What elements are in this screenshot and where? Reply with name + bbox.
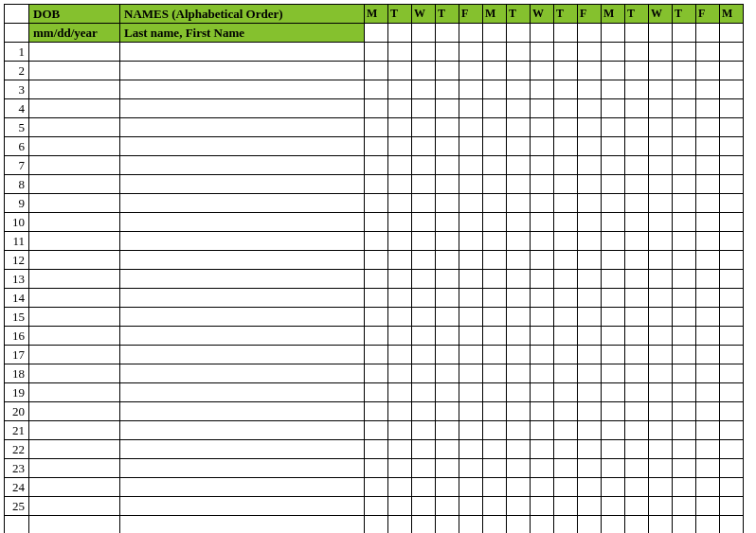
day-cell[interactable] bbox=[720, 289, 744, 308]
day-cell[interactable] bbox=[531, 175, 554, 194]
day-cell[interactable] bbox=[365, 80, 388, 99]
day-cell[interactable] bbox=[625, 346, 649, 364]
day-cell[interactable] bbox=[531, 24, 554, 43]
day-cell[interactable] bbox=[649, 43, 673, 62]
day-cell[interactable] bbox=[649, 137, 673, 156]
day-cell[interactable] bbox=[554, 346, 578, 364]
day-cell[interactable] bbox=[720, 308, 744, 327]
dob-cell[interactable] bbox=[29, 80, 120, 99]
day-cell[interactable] bbox=[388, 80, 412, 99]
day-cell[interactable] bbox=[625, 421, 649, 440]
name-cell[interactable] bbox=[120, 497, 365, 516]
dob-cell[interactable] bbox=[29, 99, 120, 118]
day-cell[interactable] bbox=[388, 402, 412, 421]
day-cell[interactable] bbox=[459, 402, 483, 421]
day-cell[interactable] bbox=[673, 308, 696, 327]
dob-cell[interactable] bbox=[29, 251, 120, 270]
day-cell[interactable] bbox=[602, 327, 625, 346]
day-cell[interactable] bbox=[673, 421, 696, 440]
day-cell[interactable] bbox=[696, 232, 720, 251]
day-cell[interactable] bbox=[507, 80, 531, 99]
day-cell[interactable] bbox=[483, 80, 507, 99]
day-cell[interactable] bbox=[578, 99, 602, 118]
day-cell[interactable] bbox=[436, 194, 459, 213]
day-cell[interactable] bbox=[720, 213, 744, 232]
day-cell[interactable] bbox=[531, 289, 554, 308]
day-cell[interactable] bbox=[365, 99, 388, 118]
day-cell[interactable] bbox=[388, 156, 412, 175]
day-cell[interactable] bbox=[412, 346, 436, 364]
day-cell[interactable] bbox=[388, 327, 412, 346]
day-cell[interactable] bbox=[625, 232, 649, 251]
day-cell[interactable] bbox=[531, 137, 554, 156]
day-cell[interactable] bbox=[720, 421, 744, 440]
day-cell[interactable] bbox=[388, 478, 412, 497]
day-cell[interactable] bbox=[388, 194, 412, 213]
day-cell[interactable] bbox=[483, 194, 507, 213]
day-cell[interactable] bbox=[436, 232, 459, 251]
day-cell[interactable] bbox=[625, 402, 649, 421]
name-cell[interactable] bbox=[120, 213, 365, 232]
day-cell[interactable] bbox=[673, 99, 696, 118]
day-cell[interactable] bbox=[649, 402, 673, 421]
day-cell[interactable] bbox=[365, 270, 388, 289]
day-cell[interactable] bbox=[673, 137, 696, 156]
day-cell[interactable] bbox=[625, 156, 649, 175]
day-cell[interactable] bbox=[483, 175, 507, 194]
day-cell[interactable] bbox=[602, 270, 625, 289]
day-cell[interactable] bbox=[554, 497, 578, 516]
day-cell[interactable] bbox=[720, 251, 744, 270]
day-cell[interactable] bbox=[459, 478, 483, 497]
day-cell[interactable] bbox=[365, 62, 388, 80]
day-cell[interactable] bbox=[365, 497, 388, 516]
day-cell[interactable] bbox=[412, 478, 436, 497]
day-cell[interactable] bbox=[436, 478, 459, 497]
day-cell[interactable] bbox=[673, 346, 696, 364]
day-cell[interactable] bbox=[673, 478, 696, 497]
day-cell[interactable] bbox=[483, 308, 507, 327]
day-cell[interactable] bbox=[625, 99, 649, 118]
day-cell[interactable] bbox=[673, 327, 696, 346]
day-cell[interactable] bbox=[436, 459, 459, 478]
day-cell[interactable] bbox=[436, 270, 459, 289]
day-cell[interactable] bbox=[578, 383, 602, 402]
day-cell[interactable] bbox=[412, 308, 436, 327]
day-cell[interactable] bbox=[625, 137, 649, 156]
day-cell[interactable] bbox=[673, 213, 696, 232]
day-cell[interactable] bbox=[578, 270, 602, 289]
day-cell[interactable] bbox=[696, 421, 720, 440]
day-cell[interactable] bbox=[436, 137, 459, 156]
dob-cell[interactable] bbox=[29, 270, 120, 289]
day-cell[interactable] bbox=[720, 440, 744, 459]
day-cell[interactable] bbox=[696, 478, 720, 497]
day-cell[interactable] bbox=[531, 459, 554, 478]
day-cell[interactable] bbox=[507, 402, 531, 421]
day-cell[interactable] bbox=[459, 137, 483, 156]
day-cell[interactable] bbox=[696, 459, 720, 478]
day-cell[interactable] bbox=[483, 62, 507, 80]
day-cell[interactable] bbox=[388, 270, 412, 289]
day-cell[interactable] bbox=[436, 24, 459, 43]
day-cell[interactable] bbox=[578, 308, 602, 327]
day-cell[interactable] bbox=[602, 459, 625, 478]
day-cell[interactable] bbox=[578, 402, 602, 421]
day-cell[interactable] bbox=[602, 80, 625, 99]
day-cell[interactable] bbox=[459, 308, 483, 327]
day-cell[interactable] bbox=[531, 62, 554, 80]
day-cell[interactable] bbox=[649, 459, 673, 478]
day-cell[interactable] bbox=[720, 118, 744, 137]
day-cell[interactable] bbox=[625, 213, 649, 232]
day-cell[interactable] bbox=[602, 251, 625, 270]
day-cell[interactable] bbox=[720, 24, 744, 43]
day-cell[interactable] bbox=[696, 516, 720, 534]
day-cell[interactable] bbox=[673, 289, 696, 308]
day-cell[interactable] bbox=[365, 289, 388, 308]
day-cell[interactable] bbox=[554, 24, 578, 43]
day-cell[interactable] bbox=[531, 80, 554, 99]
day-cell[interactable] bbox=[507, 99, 531, 118]
day-cell[interactable] bbox=[483, 137, 507, 156]
day-cell[interactable] bbox=[483, 270, 507, 289]
day-cell[interactable] bbox=[578, 289, 602, 308]
day-cell[interactable] bbox=[696, 137, 720, 156]
day-cell[interactable] bbox=[531, 478, 554, 497]
